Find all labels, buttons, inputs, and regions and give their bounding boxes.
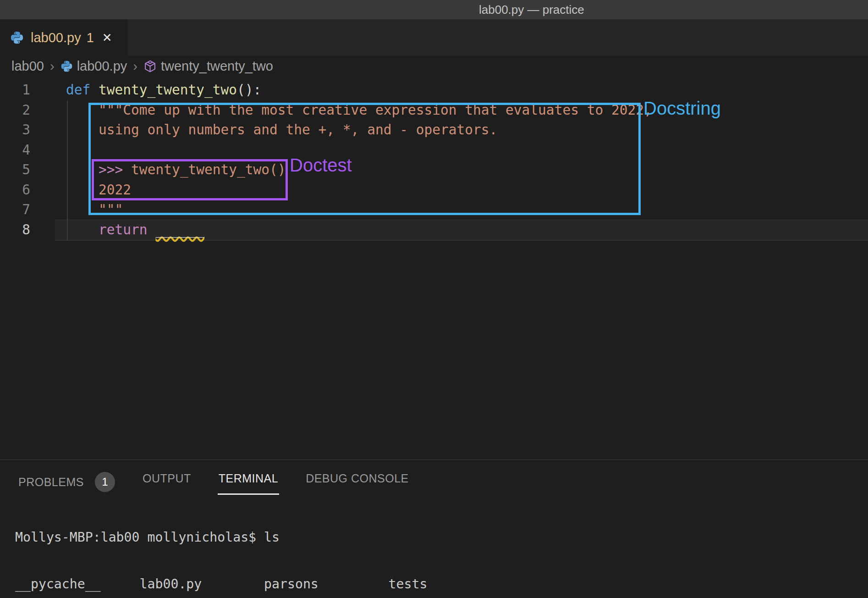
line-number: 3	[0, 120, 66, 140]
window-titlebar: lab00.py — practice	[0, 0, 868, 19]
breadcrumb: lab00 › lab00.py › twenty_twenty_two	[0, 56, 868, 76]
breadcrumb-symbol-label: twenty_twenty_two	[161, 59, 273, 74]
tab-modified-badge: 1	[87, 30, 94, 45]
code-line: 8 return ______	[0, 220, 868, 240]
tab-filename: lab00.py	[31, 30, 81, 45]
code-line: 4	[0, 140, 868, 161]
code-line: 5 >>> twenty_twenty_two()	[0, 160, 868, 180]
code-editor[interactable]: 1 def twenty_twenty_two(): 2 """Come up …	[0, 76, 868, 460]
code-line: 2 """Come up with the most creative expr…	[0, 100, 868, 121]
line-number: 5	[0, 160, 66, 180]
window-title: lab00.py — practice	[479, 0, 584, 19]
code-lines: 1 def twenty_twenty_two(): 2 """Come up …	[0, 80, 868, 240]
code-line: 3 using only numbers and the +, *, and -…	[0, 120, 868, 140]
panel-tab-bar: PROBLEMS 1 OUTPUT TERMINAL DEBUG CONSOLE	[0, 460, 868, 502]
terminal-output[interactable]: Mollys-MBP:lab00 mollynicholas$ ls __pyc…	[15, 498, 868, 598]
code-line: 6 2022	[0, 180, 868, 200]
breadcrumb-file-label: lab00.py	[77, 59, 127, 74]
tab-lab00-py[interactable]: lab00.py 1 ✕	[0, 19, 127, 56]
terminal-line: __pycache__ lab00.py parsons tests	[15, 576, 868, 592]
tab-close-icon[interactable]: ✕	[102, 32, 112, 44]
warning-squiggle-blank: ______	[155, 222, 204, 238]
namespace-cube-icon	[143, 60, 157, 73]
code-line: 7 """	[0, 200, 868, 220]
tab-problems[interactable]: PROBLEMS 1	[17, 460, 116, 502]
tab-terminal[interactable]: TERMINAL	[218, 460, 279, 495]
code-line: 1 def twenty_twenty_two():	[0, 80, 868, 100]
chevron-right-icon: ›	[133, 59, 137, 74]
problems-count-badge: 1	[95, 472, 115, 492]
line-number: 2	[0, 100, 66, 121]
chevron-right-icon: ›	[50, 59, 55, 74]
tab-debug-console[interactable]: DEBUG CONSOLE	[305, 460, 410, 495]
tab-output[interactable]: OUTPUT	[142, 460, 192, 495]
line-number: 8	[0, 220, 66, 240]
breadcrumb-folder[interactable]: lab00	[11, 59, 44, 74]
terminal-line: Mollys-MBP:lab00 mollynicholas$ ls	[15, 530, 868, 545]
python-icon	[10, 31, 24, 44]
line-number: 1	[0, 80, 66, 100]
python-icon	[60, 60, 73, 72]
bottom-panel: PROBLEMS 1 OUTPUT TERMINAL DEBUG CONSOLE…	[0, 460, 868, 598]
breadcrumb-symbol[interactable]: twenty_twenty_two	[143, 59, 273, 74]
line-number: 7	[0, 200, 66, 220]
docstring-annotation-label: Docstring	[643, 98, 721, 119]
line-number: 4	[0, 140, 66, 161]
doctest-annotation-label: Doctest	[290, 155, 352, 176]
line-number: 6	[0, 180, 66, 200]
editor-tab-strip: lab00.py 1 ✕	[0, 19, 868, 56]
breadcrumb-file[interactable]: lab00.py	[60, 59, 127, 74]
